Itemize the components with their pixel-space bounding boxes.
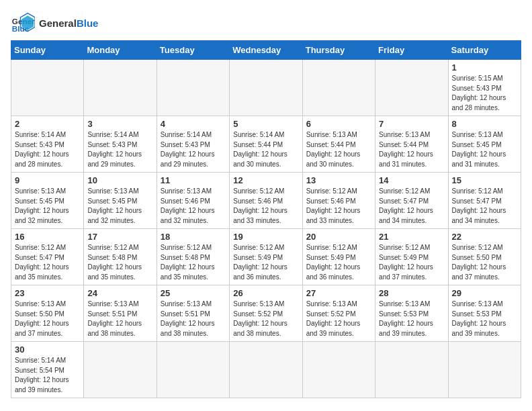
- calendar-day-cell: 4Sunrise: 5:14 AMSunset: 5:43 PMDaylight…: [157, 116, 229, 173]
- calendar-day-cell: 15Sunrise: 5:12 AMSunset: 5:47 PMDayligh…: [448, 173, 521, 229]
- day-number: 23: [15, 288, 80, 298]
- weekday-header-thursday: Thursday: [302, 41, 375, 60]
- day-number: 17: [87, 232, 152, 242]
- day-number: 29: [452, 288, 517, 298]
- calendar-day-cell: 18Sunrise: 5:12 AMSunset: 5:48 PMDayligh…: [157, 229, 229, 285]
- day-info: Sunrise: 5:12 AMSunset: 5:46 PMDaylight:…: [306, 187, 371, 226]
- calendar-day-cell: 6Sunrise: 5:13 AMSunset: 5:44 PMDaylight…: [302, 116, 375, 173]
- day-number: 2: [15, 119, 80, 129]
- calendar-week-row: 9Sunrise: 5:13 AMSunset: 5:45 PMDaylight…: [11, 173, 521, 229]
- calendar-day-cell: 24Sunrise: 5:13 AMSunset: 5:51 PMDayligh…: [84, 285, 157, 342]
- calendar-day-cell: [11, 60, 84, 116]
- day-info: Sunrise: 5:13 AMSunset: 5:52 PMDaylight:…: [306, 300, 371, 338]
- calendar-day-cell: [302, 60, 375, 116]
- day-number: 1: [452, 62, 517, 73]
- day-info: Sunrise: 5:13 AMSunset: 5:45 PMDaylight:…: [15, 187, 80, 226]
- calendar-day-cell: [302, 342, 375, 398]
- calendar-day-cell: 19Sunrise: 5:12 AMSunset: 5:49 PMDayligh…: [230, 229, 302, 285]
- calendar-day-cell: 1Sunrise: 5:15 AMSunset: 5:43 PMDaylight…: [448, 60, 521, 116]
- day-info: Sunrise: 5:12 AMSunset: 5:48 PMDaylight:…: [161, 243, 226, 282]
- day-number: 24: [87, 288, 152, 298]
- calendar-table: SundayMondayTuesdayWednesdayThursdayFrid…: [11, 40, 521, 398]
- day-number: 25: [161, 288, 226, 298]
- calendar-day-cell: 29Sunrise: 5:13 AMSunset: 5:53 PMDayligh…: [448, 285, 521, 342]
- calendar-week-row: 30Sunrise: 5:14 AMSunset: 5:54 PMDayligh…: [11, 342, 521, 398]
- calendar-day-cell: 25Sunrise: 5:13 AMSunset: 5:51 PMDayligh…: [157, 285, 229, 342]
- day-number: 4: [161, 119, 226, 129]
- calendar-day-cell: 10Sunrise: 5:13 AMSunset: 5:45 PMDayligh…: [84, 173, 157, 229]
- calendar-day-cell: 7Sunrise: 5:13 AMSunset: 5:44 PMDaylight…: [375, 116, 448, 173]
- calendar-week-row: 23Sunrise: 5:13 AMSunset: 5:50 PMDayligh…: [11, 285, 521, 342]
- day-number: 27: [306, 288, 371, 298]
- day-info: Sunrise: 5:13 AMSunset: 5:53 PMDaylight:…: [452, 300, 517, 338]
- day-info: Sunrise: 5:13 AMSunset: 5:45 PMDaylight:…: [87, 187, 152, 226]
- day-number: 15: [452, 175, 517, 185]
- weekday-header-wednesday: Wednesday: [230, 41, 302, 60]
- calendar-week-row: 16Sunrise: 5:12 AMSunset: 5:47 PMDayligh…: [11, 229, 521, 285]
- day-info: Sunrise: 5:14 AMSunset: 5:43 PMDaylight:…: [87, 130, 152, 169]
- day-info: Sunrise: 5:14 AMSunset: 5:44 PMDaylight:…: [233, 130, 298, 169]
- calendar-day-cell: 28Sunrise: 5:13 AMSunset: 5:53 PMDayligh…: [375, 285, 448, 342]
- day-info: Sunrise: 5:13 AMSunset: 5:52 PMDaylight:…: [233, 300, 298, 338]
- logo: General Blue GeneralBlue: [11, 11, 98, 35]
- calendar-day-cell: 30Sunrise: 5:14 AMSunset: 5:54 PMDayligh…: [11, 342, 84, 398]
- day-info: Sunrise: 5:14 AMSunset: 5:43 PMDaylight:…: [161, 130, 226, 169]
- calendar-day-cell: 12Sunrise: 5:12 AMSunset: 5:46 PMDayligh…: [230, 173, 302, 229]
- page-header: General Blue GeneralBlue: [11, 11, 521, 35]
- calendar-day-cell: 5Sunrise: 5:14 AMSunset: 5:44 PMDaylight…: [230, 116, 302, 173]
- calendar-day-cell: [448, 342, 521, 398]
- logo-icon: General Blue: [11, 11, 35, 35]
- day-info: Sunrise: 5:13 AMSunset: 5:46 PMDaylight:…: [161, 187, 226, 226]
- day-number: 28: [379, 288, 444, 298]
- day-number: 20: [306, 232, 371, 242]
- day-info: Sunrise: 5:12 AMSunset: 5:46 PMDaylight:…: [233, 187, 298, 226]
- day-info: Sunrise: 5:12 AMSunset: 5:49 PMDaylight:…: [233, 243, 298, 282]
- day-info: Sunrise: 5:12 AMSunset: 5:47 PMDaylight:…: [379, 187, 444, 226]
- weekday-header-row: SundayMondayTuesdayWednesdayThursdayFrid…: [11, 41, 521, 60]
- day-number: 22: [452, 232, 517, 242]
- day-number: 14: [379, 175, 444, 185]
- weekday-header-saturday: Saturday: [448, 41, 521, 60]
- calendar-day-cell: 2Sunrise: 5:14 AMSunset: 5:43 PMDaylight…: [11, 116, 84, 173]
- calendar-day-cell: [84, 342, 157, 398]
- calendar-day-cell: 14Sunrise: 5:12 AMSunset: 5:47 PMDayligh…: [375, 173, 448, 229]
- calendar-week-row: 1Sunrise: 5:15 AMSunset: 5:43 PMDaylight…: [11, 60, 521, 116]
- calendar-day-cell: 22Sunrise: 5:12 AMSunset: 5:50 PMDayligh…: [448, 229, 521, 285]
- calendar-day-cell: 3Sunrise: 5:14 AMSunset: 5:43 PMDaylight…: [84, 116, 157, 173]
- calendar-day-cell: 20Sunrise: 5:12 AMSunset: 5:49 PMDayligh…: [302, 229, 375, 285]
- day-number: 9: [15, 175, 80, 185]
- day-number: 5: [233, 119, 298, 129]
- day-info: Sunrise: 5:12 AMSunset: 5:47 PMDaylight:…: [15, 243, 80, 282]
- calendar-day-cell: [230, 342, 302, 398]
- day-number: 18: [161, 232, 226, 242]
- day-info: Sunrise: 5:12 AMSunset: 5:48 PMDaylight:…: [87, 243, 152, 282]
- weekday-header-monday: Monday: [84, 41, 157, 60]
- day-number: 19: [233, 232, 298, 242]
- weekday-header-sunday: Sunday: [11, 41, 84, 60]
- logo-general-text: GeneralBlue: [39, 17, 98, 29]
- day-info: Sunrise: 5:14 AMSunset: 5:43 PMDaylight:…: [15, 130, 80, 169]
- calendar-day-cell: 21Sunrise: 5:12 AMSunset: 5:49 PMDayligh…: [375, 229, 448, 285]
- day-info: Sunrise: 5:12 AMSunset: 5:47 PMDaylight:…: [452, 187, 517, 226]
- day-number: 3: [87, 119, 152, 129]
- calendar-day-cell: 17Sunrise: 5:12 AMSunset: 5:48 PMDayligh…: [84, 229, 157, 285]
- day-info: Sunrise: 5:15 AMSunset: 5:43 PMDaylight:…: [452, 74, 517, 113]
- calendar-day-cell: 8Sunrise: 5:13 AMSunset: 5:45 PMDaylight…: [448, 116, 521, 173]
- calendar-day-cell: 9Sunrise: 5:13 AMSunset: 5:45 PMDaylight…: [11, 173, 84, 229]
- day-number: 12: [233, 175, 298, 185]
- day-info: Sunrise: 5:13 AMSunset: 5:53 PMDaylight:…: [379, 300, 444, 338]
- calendar-day-cell: 16Sunrise: 5:12 AMSunset: 5:47 PMDayligh…: [11, 229, 84, 285]
- calendar-day-cell: [230, 60, 302, 116]
- calendar-day-cell: [375, 342, 448, 398]
- weekday-header-friday: Friday: [375, 41, 448, 60]
- day-info: Sunrise: 5:13 AMSunset: 5:51 PMDaylight:…: [161, 300, 226, 338]
- calendar-day-cell: [375, 60, 448, 116]
- calendar-day-cell: 11Sunrise: 5:13 AMSunset: 5:46 PMDayligh…: [157, 173, 229, 229]
- day-number: 8: [452, 119, 517, 129]
- calendar-day-cell: [84, 60, 157, 116]
- calendar-week-row: 2Sunrise: 5:14 AMSunset: 5:43 PMDaylight…: [11, 116, 521, 173]
- day-number: 6: [306, 119, 371, 129]
- day-info: Sunrise: 5:13 AMSunset: 5:44 PMDaylight:…: [306, 130, 371, 169]
- calendar-day-cell: 13Sunrise: 5:12 AMSunset: 5:46 PMDayligh…: [302, 173, 375, 229]
- weekday-header-tuesday: Tuesday: [157, 41, 229, 60]
